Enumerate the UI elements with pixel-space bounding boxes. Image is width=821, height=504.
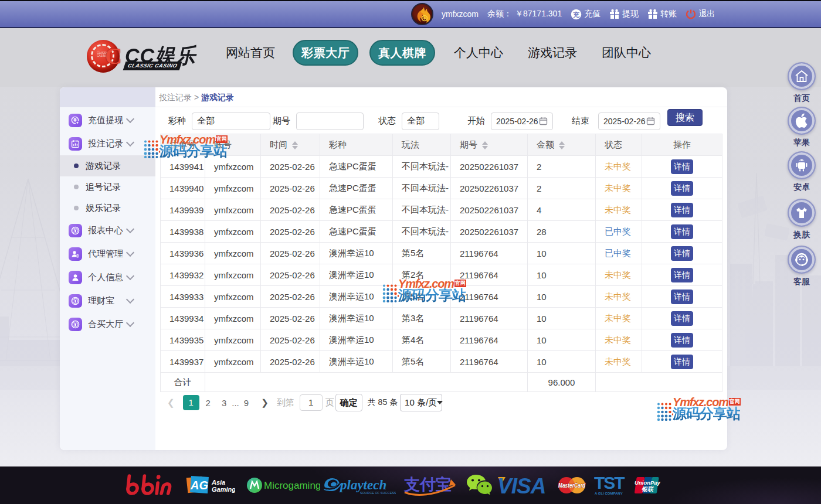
- svg-text:Microgaming: Microgaming: [264, 480, 320, 491]
- svg-text:Gaming: Gaming: [212, 486, 235, 493]
- svg-text:TST: TST: [594, 474, 625, 492]
- svg-text:AG: AG: [190, 479, 208, 492]
- svg-text:VISA: VISA: [497, 474, 545, 496]
- svg-text:playtech: playtech: [339, 478, 386, 492]
- svg-text:SOURCE OF SUCCESS: SOURCE OF SUCCESS: [360, 491, 396, 495]
- svg-text:UnionPay: UnionPay: [635, 479, 661, 486]
- svg-text:银联: 银联: [642, 486, 654, 492]
- svg-text:充: 充: [572, 11, 580, 18]
- svg-text:Asia: Asia: [211, 479, 225, 486]
- svg-text:MasterCard: MasterCard: [558, 482, 585, 489]
- svg-text:A GLI COMPANY: A GLI COMPANY: [595, 492, 623, 495]
